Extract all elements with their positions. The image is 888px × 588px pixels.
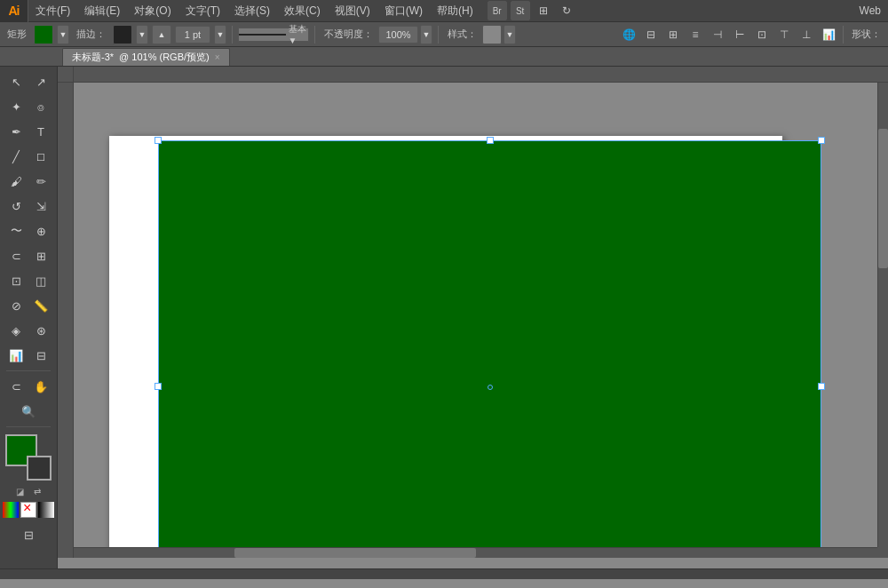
fill-dropdown-arrow[interactable]: ▼ [57,25,69,44]
none-icon[interactable]: × [20,502,36,518]
menu-items: 文件(F) 编辑(E) 对象(O) 文字(T) 选择(S) 效果(C) 视图(V… [28,0,576,21]
select-tool[interactable]: ↖ [4,70,28,93]
arrange-icon-3[interactable]: ≡ [686,25,705,44]
menu-edit[interactable]: 编辑(E) [77,0,127,21]
align-center-icon[interactable]: ⊢ [730,25,749,44]
stroke-style-preview[interactable]: 基本▼ [238,28,309,42]
scale-tool[interactable]: ⇲ [29,195,52,218]
chart-icon[interactable]: 📊 [819,25,838,44]
handle-top-mid[interactable] [487,137,494,144]
color-icon[interactable] [3,502,19,518]
paintbrush-tool[interactable]: 🖌 [4,170,28,193]
handle-mid-left[interactable] [155,383,162,390]
stroke-weight-input[interactable]: 1 pt [175,26,210,44]
menu-text[interactable]: 文字(T) [178,0,227,21]
direct-select-tool[interactable]: ↗ [29,70,52,93]
menu-view[interactable]: 视图(V) [328,0,377,21]
screen-mode-icon[interactable]: ⊟ [17,523,40,546]
tool-row-13: ⊂ ✋ [4,375,52,398]
arrange-icon-1[interactable]: ⊟ [641,25,661,44]
menu-effect[interactable]: 效果(C) [277,0,328,21]
fill-color-btn[interactable] [34,25,53,44]
sync-icon[interactable]: ↻ [557,1,576,20]
menu-select[interactable]: 选择(S) [227,0,277,21]
menu-bar: Ai 文件(F) 编辑(E) 对象(O) 文字(T) 选择(S) 效果(C) 视… [0,0,888,22]
shape-type-label: 矩形 [4,28,30,41]
canvas-area[interactable]: ↙ [58,67,888,558]
eyedropper-tool[interactable]: ⊘ [4,294,28,317]
style-preview[interactable] [482,25,502,44]
screen-mode-btn[interactable]: ⊟ [17,523,40,546]
warp-tool[interactable]: 〜 [4,219,28,242]
stroke-style-label: 基本▼ [289,23,308,45]
rotate-tool[interactable]: ↺ [4,195,28,218]
workspace-label: Web [860,4,881,17]
default-colors-icon[interactable]: ◪ [13,484,28,498]
main-toolbar: 矩形 ▼ 描边： ▼ ▲ 1 pt ▼ 基本▼ 不透明度： 100% ▼ 样式：… [0,22,888,47]
separator-4 [843,26,844,44]
stroke-up-btn[interactable]: ▲ [152,25,171,44]
stroke-unit-dropdown[interactable]: ▼ [214,25,226,44]
gradient-swatch-icon[interactable] [38,502,54,518]
app-logo: Ai [0,0,28,22]
scrollbar-vertical[interactable] [877,83,888,547]
rect-tool[interactable]: □ [29,145,52,168]
align-top-icon[interactable]: ⊤ [774,25,794,44]
menu-window[interactable]: 窗口(W) [377,0,430,21]
pen-tool[interactable]: ✒ [4,120,28,143]
shape-builder-tool[interactable]: ⊂ [4,244,28,267]
opacity-dropdown[interactable]: ▼ [420,25,432,44]
menu-object[interactable]: 对象(O) [127,0,178,21]
stock-icon[interactable]: St [511,1,530,20]
magic-wand-tool[interactable]: ✦ [4,95,28,118]
style-dropdown[interactable]: ▼ [503,25,516,44]
stroke-color-swatch[interactable] [27,456,52,481]
handle-top-right[interactable] [818,137,825,144]
swap-colors-icon[interactable]: ⇄ [30,484,44,498]
globe-icon[interactable]: 🌐 [619,25,638,44]
zoom-tool[interactable]: 🔍 [17,400,40,423]
green-rectangle[interactable] [158,140,821,558]
column-graph-tool[interactable]: 📊 [4,344,28,367]
bridge-icon[interactable]: Br [488,1,507,20]
arrange-icon-2[interactable]: ⊞ [663,25,683,44]
scrollbar-horizontal[interactable] [74,547,877,558]
pencil-tool[interactable]: ✏ [29,170,52,193]
symbol-tool[interactable]: ⊛ [29,319,52,342]
perspective-tool[interactable]: ⊞ [29,244,52,267]
mesh-tool[interactable]: ⊡ [4,269,28,292]
tool-row-3: ✒ T [4,120,52,143]
opacity-input[interactable]: 100% [378,26,418,44]
scrollbar-thumb-h[interactable] [234,548,476,558]
canvas-work-area[interactable]: ↙ [74,83,888,558]
align-left-icon[interactable]: ⊣ [708,25,727,44]
menu-file[interactable]: 文件(F) [28,0,77,21]
stroke-color-btn[interactable] [113,25,132,44]
type-tool[interactable]: T [29,120,52,143]
grid-icon[interactable]: ⊞ [534,1,553,20]
color-separator [6,426,51,427]
blend-tool[interactable]: ◈ [4,319,28,342]
tool-row-11: ◈ ⊛ [4,319,52,342]
tab-untitled[interactable]: 未标题-3* @ 101% (RGB/预览) × [62,48,230,66]
scrollbar-thumb-v[interactable] [878,129,888,268]
status-bar [0,568,888,579]
measure-tool[interactable]: 📏 [29,294,52,317]
stroke-dropdown-arrow[interactable]: ▼ [136,25,148,44]
tool-row-1: ↖ ↗ [4,70,52,93]
handle-top-left[interactable] [155,137,162,144]
slice-tool[interactable]: ⊂ [4,375,28,398]
line-tool[interactable]: ╱ [4,145,28,168]
menu-help[interactable]: 帮助(H) [430,0,480,21]
align-mid-icon[interactable]: ⊥ [797,25,816,44]
free-transform-tool[interactable]: ⊕ [29,219,52,242]
align-right-icon[interactable]: ⊡ [752,25,772,44]
hand-tool[interactable]: ✋ [29,375,52,398]
anchor-center [488,385,493,390]
gradient-tool[interactable]: ◫ [29,269,52,292]
handle-mid-right[interactable] [818,383,825,390]
ruler-corner [58,67,74,83]
tab-close-btn[interactable]: × [215,52,220,62]
artboard-tool[interactable]: ⊟ [29,344,52,367]
lasso-tool[interactable]: ⌾ [29,95,52,118]
